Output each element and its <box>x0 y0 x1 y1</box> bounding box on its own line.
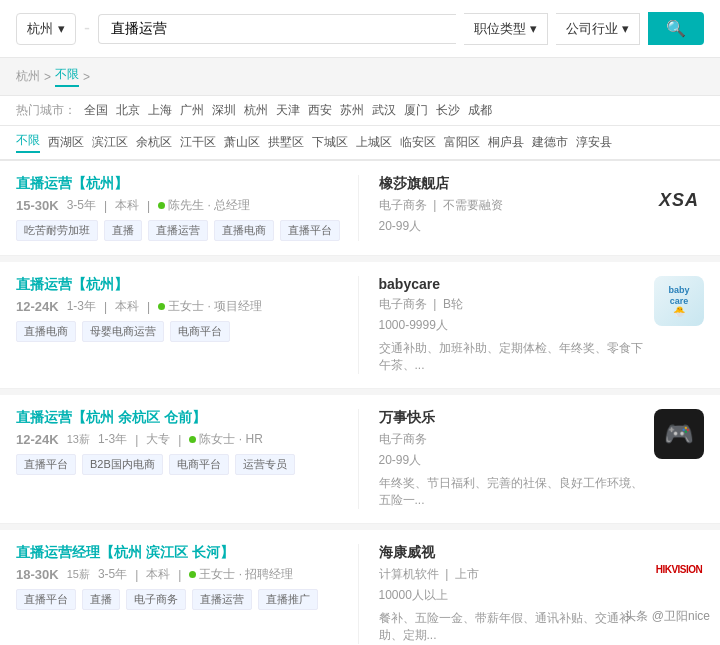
job-edu-3: 大专 <box>146 431 170 448</box>
job-meta-4: 18-30K 15薪 3-5年 | 本科 | 王女士 · 招聘经理 <box>16 566 342 583</box>
job-title-3[interactable]: 直播运营【杭州 余杭区 仓前】 <box>16 409 342 427</box>
job-title-4[interactable]: 直播运营经理【杭州 滨江区 长河】 <box>16 544 342 562</box>
babycare-icon: 🐣 <box>673 306 685 317</box>
district-yuhang[interactable]: 余杭区 <box>136 134 172 151</box>
job-left-3: 直播运营【杭州 余杭区 仓前】 12-24K 13薪 1-3年 | 大专 | 陈… <box>16 409 359 509</box>
job-title-2[interactable]: 直播运营【杭州】 <box>16 276 342 294</box>
district-fuyang[interactable]: 富阳区 <box>444 134 480 151</box>
hot-city-suzhou[interactable]: 苏州 <box>340 102 364 119</box>
header-divider: - <box>84 18 90 39</box>
job-title-1[interactable]: 直播运营【杭州】 <box>16 175 342 193</box>
hikvision-logo-text: HIKVISION <box>656 564 703 575</box>
company-benefits-2: 交通补助、加班补助、定期体检、年终奖、零食下午茶、... <box>379 340 655 374</box>
hot-city-beijing[interactable]: 北京 <box>116 102 140 119</box>
district-filter-bar: 不限 西湖区 滨江区 余杭区 江干区 萧山区 拱墅区 下城区 上城区 临安区 富… <box>0 126 720 161</box>
job-meta-3: 12-24K 13薪 1-3年 | 大专 | 陈女士 · HR <box>16 431 342 448</box>
job-salary-note-3: 13薪 <box>67 432 90 447</box>
table-row: 直播运营经理【杭州 滨江区 长河】 18-30K 15薪 3-5年 | 本科 |… <box>0 530 720 645</box>
search-input[interactable] <box>98 14 456 44</box>
district-linan[interactable]: 临安区 <box>400 134 436 151</box>
tag: 电商平台 <box>170 321 230 342</box>
tag: 电商平台 <box>169 454 229 475</box>
breadcrumb-arrow1: > <box>44 70 51 84</box>
district-tonglu[interactable]: 桐庐县 <box>488 134 524 151</box>
hot-city-guangzhou[interactable]: 广州 <box>180 102 204 119</box>
company-size-1: 20-99人 <box>379 218 655 235</box>
hot-city-shenzhen[interactable]: 深圳 <box>212 102 236 119</box>
online-dot-1 <box>158 202 165 209</box>
district-chunan[interactable]: 淳安县 <box>576 134 612 151</box>
district-gongshu[interactable]: 拱墅区 <box>268 134 304 151</box>
table-row: 直播运营【杭州】 12-24K 1-3年 | 本科 | 王女士 · 项目经理 直… <box>0 262 720 389</box>
chevron-down-icon-3: ▾ <box>622 21 629 36</box>
job-meta-1: 15-30K 3-5年 | 本科 | 陈先生 · 总经理 <box>16 197 342 214</box>
tag: 直播平台 <box>280 220 340 241</box>
district-xihu[interactable]: 西湖区 <box>48 134 84 151</box>
hot-city-wuhan[interactable]: 武汉 <box>372 102 396 119</box>
company-name-2[interactable]: babycare <box>379 276 655 292</box>
city-label: 杭州 <box>27 20 53 38</box>
company-meta-3: 电子商务 <box>379 431 655 448</box>
tag: 电子商务 <box>126 589 186 610</box>
online-dot-4 <box>189 571 196 578</box>
job-sep4: | <box>147 300 150 314</box>
tag: 直播 <box>82 589 120 610</box>
tag: 直播运营 <box>192 589 252 610</box>
breadcrumb-current[interactable]: 不限 <box>55 66 79 87</box>
district-binjiang[interactable]: 滨江区 <box>92 134 128 151</box>
job-exp-3: 1-3年 <box>98 431 127 448</box>
company-logo-4: HIKVISION <box>654 544 704 594</box>
tag: 直播运营 <box>148 220 208 241</box>
job-sep2: | <box>147 199 150 213</box>
hot-city-xian[interactable]: 西安 <box>308 102 332 119</box>
company-meta-4: 计算机软件 | 上市 <box>379 566 655 583</box>
job-sep3: | <box>104 300 107 314</box>
job-tags-2: 直播电商 母婴电商运营 电商平台 <box>16 321 342 342</box>
watermark: 头条 @卫阳nice <box>624 608 710 625</box>
job-type-filter[interactable]: 职位类型 ▾ <box>464 13 548 45</box>
district-nolimit[interactable]: 不限 <box>16 132 40 153</box>
company-benefits-3: 年终奖、节日福利、完善的社保、良好工作环境、五险一... <box>379 475 655 509</box>
table-row: 直播运营【杭州】 15-30K 3-5年 | 本科 | 陈先生 · 总经理 吃苦… <box>0 161 720 256</box>
job-tags-3: 直播平台 B2B国内电商 电商平台 运营专员 <box>16 454 342 475</box>
breadcrumb-city[interactable]: 杭州 <box>16 68 40 85</box>
job-sep6: | <box>178 433 181 447</box>
search-button[interactable]: 🔍 <box>648 12 704 45</box>
district-shangcheng[interactable]: 上城区 <box>356 134 392 151</box>
hot-city-changsha[interactable]: 长沙 <box>436 102 460 119</box>
tag: 直播电商 <box>16 321 76 342</box>
company-size-4: 10000人以上 <box>379 587 655 604</box>
district-xiacheng[interactable]: 下城区 <box>312 134 348 151</box>
company-info-2: babycare 电子商务 | B轮 1000-9999人 交通补助、加班补助、… <box>379 276 655 374</box>
job-contact-2: 王女士 · 项目经理 <box>158 298 262 315</box>
company-name-3[interactable]: 万事快乐 <box>379 409 655 427</box>
tag: 直播平台 <box>16 454 76 475</box>
district-xiaoshan[interactable]: 萧山区 <box>224 134 260 151</box>
job-salary-1: 15-30K <box>16 198 59 213</box>
hot-city-quanguo[interactable]: 全国 <box>84 102 108 119</box>
tag: 直播 <box>104 220 142 241</box>
company-name-1[interactable]: 橡莎旗舰店 <box>379 175 655 193</box>
district-jianggan[interactable]: 江干区 <box>180 134 216 151</box>
company-industry-filter[interactable]: 公司行业 ▾ <box>556 13 640 45</box>
hot-city-xiamen[interactable]: 厦门 <box>404 102 428 119</box>
city-select[interactable]: 杭州 ▾ <box>16 13 76 45</box>
tag: 直播平台 <box>16 589 76 610</box>
district-jiande[interactable]: 建德市 <box>532 134 568 151</box>
hot-city-shanghai[interactable]: 上海 <box>148 102 172 119</box>
job-contact-1: 陈先生 · 总经理 <box>158 197 250 214</box>
hot-city-tianjin[interactable]: 天津 <box>276 102 300 119</box>
hot-cities-label: 热门城市： <box>16 102 76 119</box>
header: 杭州 ▾ - 职位类型 ▾ 公司行业 ▾ 🔍 <box>0 0 720 58</box>
job-contact-4: 王女士 · 招聘经理 <box>189 566 293 583</box>
table-row: 直播运营【杭州 余杭区 仓前】 12-24K 13薪 1-3年 | 大专 | 陈… <box>0 395 720 524</box>
job-right-2: babycare 电子商务 | B轮 1000-9999人 交通补助、加班补助、… <box>359 276 705 374</box>
company-name-4[interactable]: 海康威视 <box>379 544 655 562</box>
hot-city-chengdu[interactable]: 成都 <box>468 102 492 119</box>
company-benefits-4: 餐补、五险一金、带薪年假、通讯补贴、交通补助、定期... <box>379 610 655 644</box>
company-meta-2: 电子商务 | B轮 <box>379 296 655 313</box>
job-salary-2: 12-24K <box>16 299 59 314</box>
wansikuaile-emoji: 🎮 <box>664 420 694 448</box>
company-logo-1: XSA <box>654 175 704 225</box>
hot-city-hangzhou[interactable]: 杭州 <box>244 102 268 119</box>
